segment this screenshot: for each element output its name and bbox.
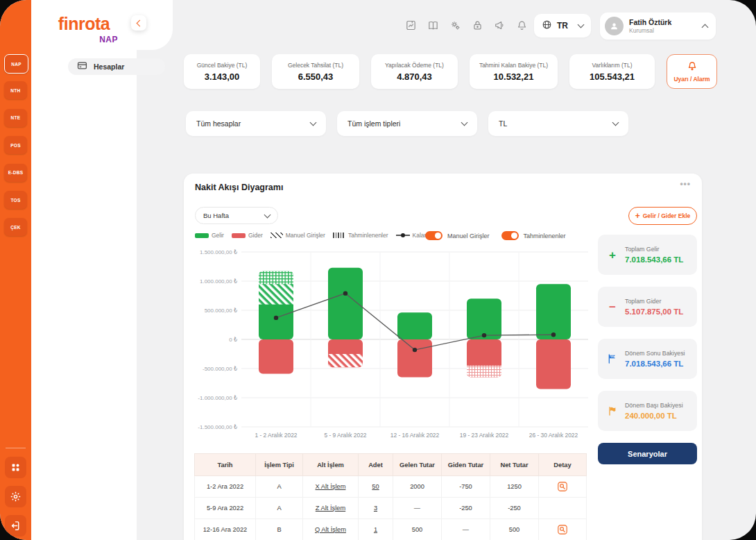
cell-tarih: 12-16 Ara 2022: [195, 519, 256, 540]
chevron-up-icon: [702, 24, 709, 31]
stat-text: Toplam Gelir7.018.543,66 TL: [625, 246, 683, 264]
svg-text:-1.500.000,00 ₺: -1.500.000,00 ₺: [198, 424, 237, 430]
globe-icon: [542, 19, 552, 33]
stat-label: Dönem Sonu Bakiyesi: [625, 350, 685, 357]
column-header: Alt İşlem: [303, 454, 359, 476]
toggle-switch[interactable]: [425, 231, 443, 240]
detail-icon[interactable]: [557, 524, 568, 535]
link-text[interactable]: Z Alt İşlem: [316, 505, 345, 512]
brand-product-label: NAP: [99, 35, 118, 44]
alarm-button[interactable]: Uyarı / Alarm: [667, 54, 717, 89]
link-text[interactable]: 3: [374, 505, 377, 512]
detail-icon[interactable]: [557, 481, 568, 492]
cell-adet-link[interactable]: 3: [359, 498, 393, 519]
card-title: Nakit Akışı Diyagramı: [195, 183, 283, 192]
gears-icon[interactable]: [449, 19, 461, 31]
toggle-switch[interactable]: [501, 231, 519, 240]
column-header: Net Tutar: [490, 454, 539, 476]
column-header: Tarih: [195, 454, 256, 476]
link-text[interactable]: Q Alt İşlem: [315, 526, 346, 533]
rail-item-tos[interactable]: TOS: [4, 191, 27, 209]
chevron-down-icon: [310, 119, 317, 126]
cell-alt-islem-link[interactable]: X Alt İşlem: [303, 476, 359, 498]
chevron-down-icon: [461, 119, 468, 126]
user-menu[interactable]: Fatih Öztürk Kurumsal: [600, 12, 716, 40]
cell-detay: [539, 498, 587, 519]
cell-alt-islem-link[interactable]: Z Alt İşlem: [303, 498, 359, 519]
stat-toplam-gider: −Toplam Gider5.107.875,00 TL: [598, 287, 697, 327]
cell-net-tutar: 500: [490, 519, 539, 540]
bell-icon[interactable]: [516, 19, 528, 31]
rail-item-nap[interactable]: NAP: [4, 54, 28, 74]
sidebar: finrota NAP Hesaplar: [31, 0, 137, 540]
legend-swatch-solid-red: [232, 233, 246, 238]
add-income-expense-button[interactable]: + Gelir / Gider Ekle: [628, 207, 697, 225]
table-row: 12-16 Ara 2022BQ Alt İşlem1500—500: [195, 519, 587, 540]
lock-icon[interactable]: [472, 19, 483, 31]
summary-card-value: 4.870,43: [397, 71, 432, 82]
toggle-manuel-giri-ler[interactable]: Manuel Girişler: [425, 231, 490, 240]
summary-card-value: 3.143,00: [205, 71, 240, 82]
rail-item-pos[interactable]: POS: [4, 136, 27, 154]
cell-islem-tipi: A: [256, 498, 303, 519]
table-row: 1-2 Ara 2022AX Alt İşlem502000-7501250: [195, 476, 587, 498]
rail-item-e-dbs[interactable]: E-DBS: [4, 164, 27, 182]
report-icon[interactable]: [405, 19, 417, 31]
scenarios-button[interactable]: Senaryolar: [598, 443, 697, 464]
stat-text: Toplam Gider5.107.875,00 TL: [625, 298, 683, 316]
summary-card: Yapılacak Ödeme (TL)4.870,43: [371, 54, 458, 89]
stat-label: Dönem Başı Bakiyesi: [625, 402, 683, 409]
filter-currency[interactable]: TL: [488, 111, 628, 136]
legend-item-line: Kalan: [396, 232, 428, 239]
cell-detay: [539, 476, 587, 498]
summary-card-row: Güncel Bakiye (TL)3.143,00Gelecek Tahsil…: [184, 54, 717, 89]
finish-flag-icon: [606, 353, 619, 364]
chevron-left-icon: [137, 19, 144, 26]
guide-icon[interactable]: [427, 19, 439, 31]
toggle-knob: [435, 233, 441, 239]
rail-item-nth[interactable]: NTH: [4, 81, 27, 99]
header-icon-bar: [405, 19, 528, 31]
sidebar-item-label: Hesaplar: [94, 62, 124, 71]
rail-item-nte[interactable]: NTE: [4, 109, 27, 127]
link-text[interactable]: 50: [372, 483, 379, 490]
logout-icon[interactable]: [5, 515, 26, 537]
summary-card-label: Yapılacak Ödeme (TL): [385, 62, 444, 69]
legend-item-solid-red: Gider: [232, 232, 263, 239]
cell-adet-link[interactable]: 1: [359, 519, 393, 540]
legend-item-hatch: Manuel Girişler: [270, 232, 325, 239]
legend-item-solid-green: Gelir: [195, 232, 224, 239]
language-value: TR: [557, 21, 568, 31]
svg-text:5 - 9 Aralık 2022: 5 - 9 Aralık 2022: [325, 432, 367, 439]
cell-net-tutar: 1250: [490, 476, 539, 498]
legend-swatch-solid-green: [195, 233, 209, 238]
sidebar-collapse-button[interactable]: [131, 15, 146, 31]
language-selector[interactable]: TR: [534, 14, 591, 37]
cell-alt-islem-link[interactable]: Q Alt İşlem: [303, 519, 359, 540]
cell-adet-link[interactable]: 50: [359, 476, 393, 498]
announcement-icon[interactable]: [494, 19, 506, 31]
toggle-tahminlenenler[interactable]: Tahminlenenler: [501, 231, 566, 240]
alarm-button-label: Uyarı / Alarm: [673, 76, 710, 83]
stat-label: Toplam Gelir: [625, 246, 683, 253]
cell-tarih: 5-9 Ara 2022: [195, 498, 256, 519]
stat-label: Toplam Gider: [625, 298, 683, 305]
start-flag-icon: [606, 405, 619, 416]
stat-d-nem-ba-bakiyesi: Dönem Başı Bakiyesi240.000,00 TL: [598, 391, 697, 431]
sidebar-item-hesaplar[interactable]: Hesaplar: [68, 58, 165, 75]
period-selector[interactable]: Bu Hafta: [195, 207, 278, 224]
rail-item-çek[interactable]: ÇEK: [4, 218, 27, 236]
apps-icon[interactable]: [5, 457, 26, 478]
toggle-label: Tahminlenenler: [524, 233, 566, 239]
svg-text:1.500.000,00 ₺: 1.500.000,00 ₺: [200, 249, 237, 255]
legend-label: Manuel Girişler: [286, 232, 325, 239]
link-text[interactable]: 1: [374, 526, 377, 533]
settings-icon[interactable]: [5, 486, 26, 507]
stat-value: 7.018.543,66 TL: [625, 360, 685, 368]
svg-text:1 - 2 Aralık 2022: 1 - 2 Aralık 2022: [255, 432, 298, 439]
filter-transaction-types[interactable]: Tüm işlem tipleri: [337, 111, 477, 136]
cell-giden-tutar: -750: [442, 476, 490, 498]
link-text[interactable]: X Alt İşlem: [316, 483, 346, 490]
filter-accounts[interactable]: Tüm hesaplar: [186, 111, 326, 136]
more-options-icon[interactable]: •••: [680, 179, 691, 189]
